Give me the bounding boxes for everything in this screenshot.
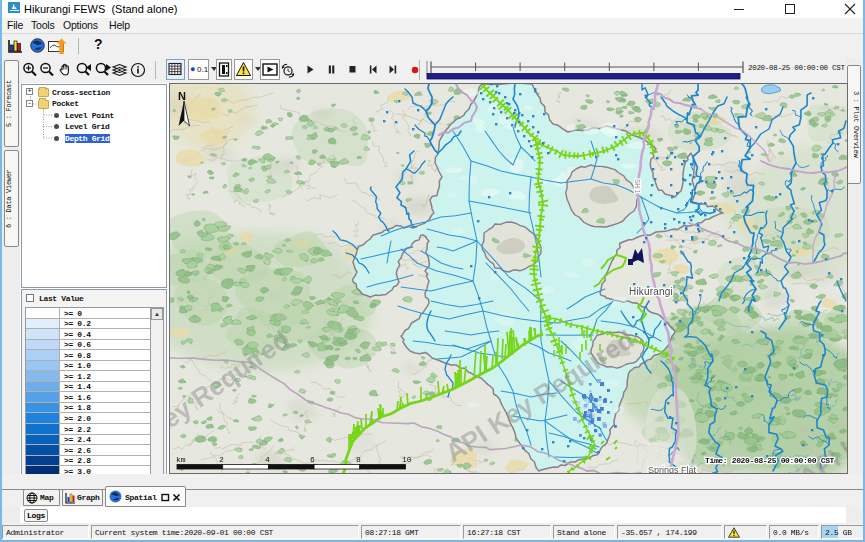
svg-text:km: km xyxy=(176,455,186,464)
svg-text:Hikurangi: Hikurangi xyxy=(629,286,673,297)
svg-text:4: 4 xyxy=(265,455,270,464)
svg-text:10: 10 xyxy=(402,455,412,464)
svg-text:Time: 2020-08-25 00:00:00 CST: Time: 2020-08-25 00:00:00 CST xyxy=(705,456,835,465)
svg-text:Springs Flat: Springs Flat xyxy=(648,465,697,474)
svg-text:N: N xyxy=(178,90,186,102)
svg-text:2: 2 xyxy=(219,455,224,464)
svg-text:8: 8 xyxy=(356,455,361,464)
svg-text:6: 6 xyxy=(310,455,315,464)
svg-text:SH 1: SH 1 xyxy=(634,179,641,194)
